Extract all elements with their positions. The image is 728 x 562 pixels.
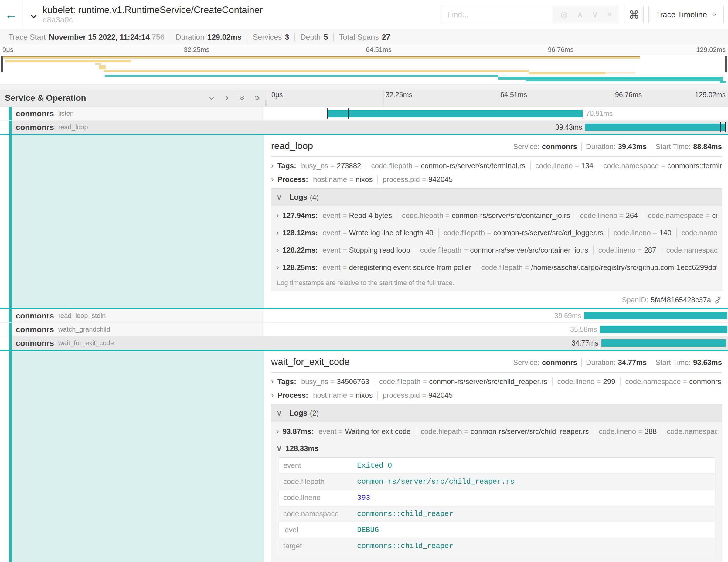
log-entry[interactable]: ›93.87ms:event=Waiting for exit codecode…	[276, 423, 717, 440]
collapse-trace-header-icon[interactable]	[29, 12, 38, 21]
span-row-name-column[interactable]: conmonrsread_loop_stdin	[0, 309, 264, 322]
view-select-dropdown[interactable]: Trace Timeline	[648, 5, 724, 24]
span-bar[interactable]	[328, 110, 583, 117]
operation-name: wait_for_exit_code	[58, 339, 114, 347]
key-value-equals: =	[330, 377, 335, 386]
chevron-right-icon: ›	[276, 245, 279, 255]
detail-span-title: read_loop	[271, 141, 313, 152]
minimap-right-handle[interactable]	[725, 56, 727, 73]
key-value-key: code.namespace	[648, 211, 703, 220]
section-divider	[0, 84, 728, 90]
logs-header[interactable]: ∨Logs(2)	[271, 404, 722, 422]
key-value-equals: =	[487, 229, 491, 237]
log-entry[interactable]: ›127.94ms:event=Read 4 bytescode.filepat…	[276, 207, 717, 224]
minimap-span-bar	[529, 72, 605, 74]
logs-header[interactable]: ∨Logs(4)	[271, 189, 722, 206]
span-bar[interactable]	[601, 339, 726, 347]
process-row[interactable]: ›Process:host.name=nixosprocess.pid=9420…	[271, 390, 722, 400]
next-result-icon[interactable]: ∨	[592, 10, 598, 19]
key-value-equals: =	[525, 263, 529, 271]
clear-search-icon[interactable]: ×	[607, 10, 612, 19]
span-row-timeline[interactable]: 70.91ms	[264, 107, 728, 120]
locate-span-icon[interactable]: ◎	[561, 10, 568, 19]
detail-header: wait_for_exit_codeService:conmonrsDurati…	[271, 356, 722, 367]
log-table-row: code.filepathconmon-rs/server/src/child_…	[279, 474, 715, 490]
key-value-key: code.namespace	[666, 246, 717, 254]
chevron-right-icon: ›	[271, 175, 274, 184]
key-value-item: code.lineno=134	[530, 162, 598, 170]
back-button[interactable]: ←	[0, 0, 22, 29]
process-row[interactable]: ›Process:host.name=nixosprocess.pid=9420…	[271, 175, 722, 184]
log-table-row: code.lineno393	[279, 490, 715, 506]
minimap-span-bar	[2, 57, 640, 59]
key-value-list: event=Waiting for exit codecode.filepath…	[315, 427, 717, 436]
column-resize-grip[interactable]: ∥	[265, 99, 268, 106]
key-value-key: event	[323, 263, 341, 271]
span-row-name-column[interactable]: conmonrswait_for_exit_code	[0, 336, 264, 350]
prev-result-icon[interactable]: ∧	[577, 10, 583, 19]
key-value-key: code.lineno	[536, 162, 573, 170]
service-name: conmonrs	[16, 311, 54, 321]
span-row-timeline[interactable]: 39.43ms	[264, 121, 728, 134]
log-field-value: conmonrs::child_reaper	[353, 506, 715, 522]
logs-body: ›93.87ms:event=Waiting for exit codecode…	[271, 422, 722, 562]
span-row[interactable]: conmonrswait_for_exit_code34.77ms	[0, 336, 728, 351]
key-value-value: 942045	[428, 391, 453, 399]
collapse-one-icon[interactable]	[208, 94, 215, 102]
tags-row[interactable]: ›Tags:busy_ns=34506763code.filepath=conm…	[271, 377, 722, 386]
key-value-item: busy_ns=34506763	[298, 377, 374, 386]
span-bar-tick	[725, 122, 726, 132]
span-row[interactable]: conmonrsread_loop_stdin39.69ms	[0, 309, 728, 323]
logs-count: (4)	[310, 193, 319, 202]
page-title: kubelet: runtime.v1.RuntimeService/Creat…	[43, 5, 263, 15]
keyboard-shortcuts-button[interactable]: ⌘	[624, 5, 644, 24]
span-row[interactable]: conmonrslisten70.91ms	[0, 107, 728, 121]
detail-meta-item: Duration:34.77ms	[581, 358, 651, 367]
find-input[interactable]	[442, 5, 553, 24]
key-value-value: /home/sascha/.cargo/registry/src/github.…	[531, 263, 717, 271]
minimap-span-bar	[605, 72, 636, 74]
expand-one-icon[interactable]	[223, 94, 230, 102]
key-value-item: host.name=nixos	[310, 391, 377, 400]
span-row-timeline[interactable]: 35.58ms	[264, 323, 728, 336]
span-row-name-column[interactable]: conmonrswatch_grandchild	[0, 323, 264, 336]
span-row-name-column[interactable]: conmonrslisten	[0, 107, 264, 120]
span-row[interactable]: conmonrswatch_grandchild35.58ms	[0, 323, 728, 336]
span-row-timeline[interactable]: 39.69ms	[264, 309, 728, 322]
key-value-item: code.namespace=co...	[676, 229, 717, 237]
trace-minimap[interactable]	[0, 55, 728, 84]
key-value-equals: =	[349, 175, 353, 183]
key-value-item: event=Waiting for exit code	[315, 427, 415, 436]
key-value-list: event=Wrote log line of length 49code.fi…	[320, 229, 717, 237]
span-detail-panel: read_loopService:conmonrsDuration:39.43m…	[0, 135, 728, 309]
key-value-key: event	[323, 229, 341, 237]
minimap-canvas[interactable]	[0, 55, 728, 84]
detail-meta-value: conmonrs	[542, 358, 577, 366]
key-value-list: event=deregistering event source from po…	[320, 263, 717, 272]
span-row[interactable]: conmonrsread_loop39.43ms	[0, 121, 728, 135]
log-entry[interactable]: ›128.25ms:event=deregistering event sour…	[276, 259, 717, 276]
tags-row[interactable]: ›Tags:busy_ns=273882code.filepath=conmon…	[271, 161, 722, 170]
trace-id: d8a3a0c	[43, 15, 263, 25]
key-value-item: code.filepath=/home/sascha/.cargo/regist…	[476, 263, 717, 272]
minimap-left-handle[interactable]	[1, 56, 3, 73]
span-bar[interactable]	[600, 326, 727, 333]
collapse-all-icon[interactable]	[238, 94, 246, 102]
span-row-name-column[interactable]: conmonrsread_loop	[0, 121, 264, 134]
span-bar[interactable]	[584, 312, 727, 319]
log-table-row: eventExited 0	[279, 458, 715, 474]
expand-all-icon[interactable]	[253, 94, 261, 102]
link-icon[interactable]	[714, 296, 722, 304]
log-field-key: code.filepath	[279, 474, 353, 490]
log-entry[interactable]: ›128.12ms:event=Wrote log line of length…	[276, 224, 717, 241]
key-value-key: host.name	[313, 391, 347, 399]
key-value-equals: =	[349, 391, 353, 399]
span-row-timeline[interactable]: 34.77ms	[264, 336, 728, 350]
key-value-key: code.filepath	[371, 162, 412, 170]
span-bar[interactable]	[585, 124, 725, 131]
detail-meta-item: Duration:39.43ms	[581, 142, 651, 151]
log-entry[interactable]: ›128.22ms:event=Stopping read loopcode.f…	[276, 241, 717, 259]
log-entry-expanded-header[interactable]: ∨128.33ms	[276, 440, 717, 454]
minimap-span-bar	[526, 80, 723, 81]
key-value-equals: =	[619, 211, 624, 220]
